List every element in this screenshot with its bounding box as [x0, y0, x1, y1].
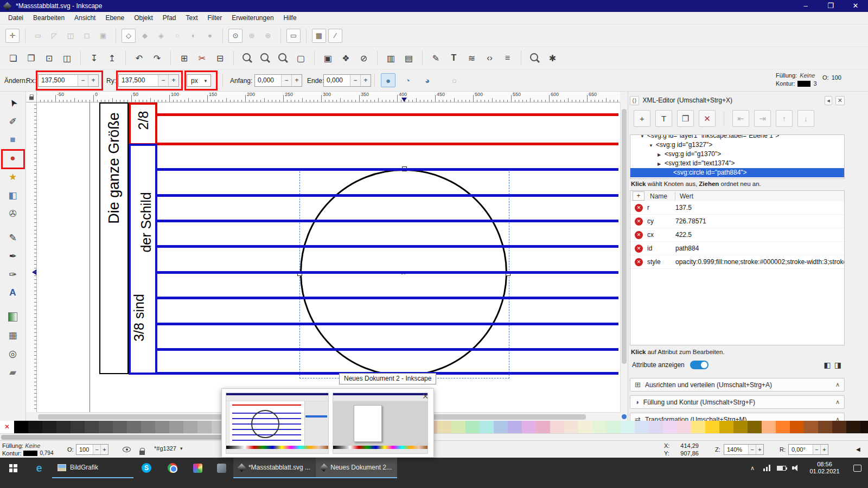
spiral-tool[interactable]: ✇ [4, 206, 22, 222]
blue-table-line[interactable] [157, 348, 618, 351]
palette-swatch[interactable] [860, 421, 868, 433]
rotation-value[interactable]: 0,00° [789, 445, 813, 454]
create-clone[interactable]: ❖ [338, 50, 354, 66]
canvas-vertical-scrollbar[interactable] [620, 102, 628, 412]
palette-swatch[interactable] [762, 421, 776, 433]
palette-swatch[interactable] [748, 421, 762, 433]
palette-swatch[interactable] [733, 421, 748, 433]
delete-node[interactable]: ✕ [699, 110, 716, 127]
vertical-ruler[interactable] [26, 102, 37, 412]
rx-spinbox[interactable]: 137,500 − + [38, 74, 99, 87]
canvas-text-der-schild[interactable]: der Schild [138, 192, 154, 252]
new-text-node[interactable]: T [655, 110, 672, 127]
snap-page-border[interactable]: ▭ [286, 29, 301, 43]
menu-item-ansicht[interactable]: Ansicht [69, 12, 100, 24]
palette-swatch[interactable]: ✕ [0, 421, 14, 433]
snap-nodes[interactable]: ◇ [122, 29, 136, 43]
zoom-spinbox[interactable]: 140% − + [724, 444, 764, 455]
ellipse-tool[interactable]: ● [4, 150, 22, 166]
palette-scrollbar[interactable] [0, 433, 868, 440]
xml-attribute-row[interactable]: ✕styleopacity:0.999;fill:none;stroke:#00… [630, 255, 844, 269]
palette-swatch[interactable] [536, 421, 550, 433]
palette-swatch[interactable] [832, 421, 846, 433]
palette-swatch[interactable] [607, 421, 621, 433]
taskbar-chrome-icon[interactable] [159, 458, 186, 478]
palette-swatch[interactable] [141, 421, 155, 433]
unlink-clone[interactable]: ⊘ [356, 50, 372, 66]
cut[interactable]: ✂ [194, 50, 210, 66]
palette-swatch[interactable] [804, 421, 818, 433]
palette-swatch[interactable] [494, 421, 508, 433]
xml-attribute-row[interactable]: ✕cx422.5 [630, 228, 844, 242]
palette-swatch[interactable] [649, 421, 663, 433]
delete-attribute-icon[interactable]: ✕ [635, 217, 643, 226]
layout-rows-icon[interactable]: ◧ [824, 361, 831, 369]
snap-grids[interactable]: ▦ [312, 29, 326, 43]
palette-swatch[interactable] [550, 421, 564, 433]
bucket-tool[interactable]: ▰ [4, 364, 22, 380]
rx-plus-button[interactable]: + [88, 75, 98, 86]
box3d-tool[interactable]: ◧ [4, 187, 22, 203]
palette-swatch[interactable] [790, 421, 804, 433]
palette-swatch[interactable] [99, 421, 113, 433]
palette-swatch[interactable] [705, 421, 719, 433]
taskbar-item-massstabblatt[interactable]: *Massstabblatt.svg ... [233, 458, 316, 478]
palette-swatch[interactable] [621, 421, 635, 433]
preferences[interactable]: ✱ [545, 50, 560, 66]
thumbnail-massstabblatt[interactable] [226, 393, 329, 454]
export[interactable]: ↥ [104, 50, 120, 66]
rotation-minus-button[interactable]: − [813, 445, 820, 454]
palette-swatch[interactable] [578, 421, 592, 433]
rectangle-tool[interactable]: ■ [4, 132, 22, 148]
new-document[interactable]: ❏ [5, 50, 21, 66]
redo[interactable]: ↷ [149, 50, 165, 66]
menu-item-bearbeiten[interactable]: Bearbeiten [28, 12, 69, 24]
palette-swatch[interactable] [564, 421, 578, 433]
palette-swatch[interactable] [155, 421, 169, 433]
blue-table-line[interactable] [157, 297, 618, 299]
ende-spinbox[interactable]: 0,000 − + [323, 74, 371, 87]
opacity-minus-button[interactable]: − [93, 445, 100, 454]
palette-swatch[interactable] [71, 421, 85, 433]
unit-dropdown[interactable]: px ▾ [187, 74, 211, 87]
palette-swatch[interactable] [465, 421, 480, 433]
vertical-scrollbar-thumb[interactable] [622, 109, 627, 364]
blue-table-line[interactable] [157, 220, 618, 222]
rotation-plus-button[interactable]: + [820, 445, 828, 454]
taskbar-paint-app-icon[interactable] [186, 458, 209, 478]
palette-swatch[interactable] [197, 421, 212, 433]
tray-chevron-icon[interactable]: ∧ [745, 458, 760, 478]
blue-table-line[interactable] [157, 245, 618, 248]
xml-editor-button[interactable]: ‹› [482, 50, 497, 66]
taskbar-skype-icon[interactable]: S [133, 458, 159, 478]
blue-table-line[interactable] [157, 194, 618, 197]
restore-button[interactable]: ❐ [818, 0, 843, 12]
rx-minus-button[interactable]: − [78, 75, 88, 86]
text-tool[interactable]: A [4, 285, 22, 301]
fill-value[interactable]: Keine [800, 72, 815, 80]
delete-attribute-icon[interactable]: ✕ [635, 204, 643, 212]
copy[interactable]: ⊞ [176, 50, 192, 66]
clock[interactable]: 08:5601.02.2021 [803, 458, 846, 478]
menu-item-hilfe[interactable]: Hilfe [279, 12, 302, 24]
calligraphy-tool[interactable]: ✑ [4, 266, 22, 282]
dock-panel-bar-0[interactable]: ⊞Ausrichten und verteilen (Umschalt+Strg… [630, 378, 845, 391]
palette-swatch[interactable] [846, 421, 860, 433]
palette-swatch[interactable] [169, 421, 183, 433]
thumbnail-neues-dokument[interactable] [333, 393, 428, 454]
taskbar-gray-app-icon[interactable] [209, 458, 233, 478]
palette-swatch[interactable] [28, 421, 42, 433]
gradient-tool[interactable] [4, 309, 22, 325]
add-attribute-button[interactable]: + [633, 191, 644, 201]
canvas[interactable]: Die ganze Größe 2/8 der Schild 3/8 sind … [37, 102, 620, 412]
menu-item-pfad[interactable]: Pfad [158, 12, 181, 24]
spray-dialog[interactable]: ≋ [464, 50, 480, 66]
ry-minus-button[interactable]: − [158, 75, 168, 86]
dock-float-icon[interactable]: ◂ [825, 96, 832, 105]
dock-panel-bar-2[interactable]: ⇄Transformation (Umschalt+Strg+M)∧ [630, 413, 845, 421]
ende-minus-button[interactable]: − [350, 75, 360, 86]
blue-table-line[interactable] [157, 271, 618, 274]
status-fill-value[interactable]: Keine [25, 442, 40, 449]
ende-plus-button[interactable]: + [360, 75, 371, 86]
import[interactable]: ↧ [86, 50, 102, 66]
